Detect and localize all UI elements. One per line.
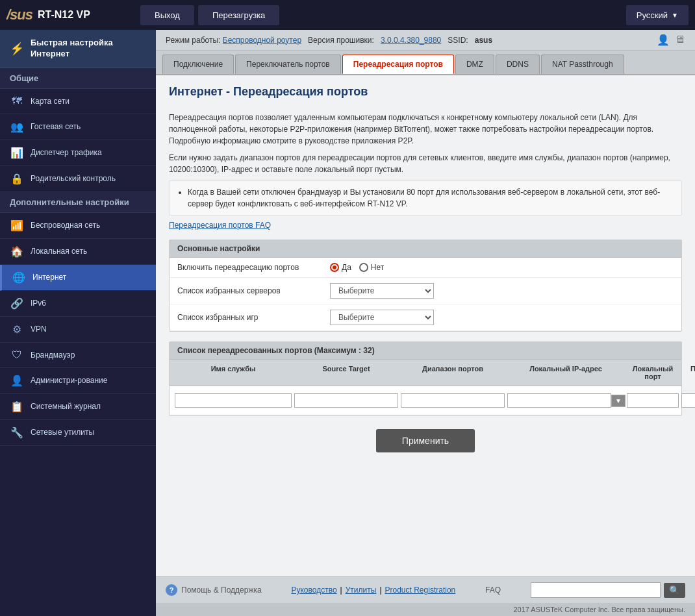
mode-label: Режим работы: <box>166 36 220 45</box>
warning-box: Когда в Вашей сети отключен брандмауэр и… <box>169 180 682 216</box>
sidebar-item-network-tools[interactable]: 🔧 Сетевые утилиты <box>0 420 156 446</box>
search-input[interactable] <box>531 582 661 598</box>
sidebar-item-label: Гостевая сеть <box>31 122 81 131</box>
admin-icon: 👤 <box>10 375 24 387</box>
sidebar-item-label: Интернет <box>32 273 66 282</box>
wireless-icon: 📶 <box>10 219 24 232</box>
search-button[interactable]: 🔍 <box>664 583 685 598</box>
col-service-name: Имя службы <box>175 362 292 383</box>
top-bar: /sus RT-N12 VP Выход Перезагрузка Русски… <box>0 0 695 30</box>
sidebar-item-internet[interactable]: 🌐 Интернет <box>0 265 156 291</box>
status-bar: Режим работы: Беспроводной роутер Версия… <box>156 30 695 51</box>
tab-port-forward[interactable]: Переадресация портов <box>342 55 454 74</box>
tab-connection[interactable]: Подключение <box>162 55 234 74</box>
manual-link[interactable]: Руководство <box>291 585 336 595</box>
local-port-input[interactable] <box>627 393 679 408</box>
source-target-input[interactable] <box>294 393 398 408</box>
sidebar-item-wireless[interactable]: 📶 Беспроводная сеть <box>0 213 156 239</box>
col-protocol: Протокол <box>681 362 695 383</box>
sidebar-item-guest-network[interactable]: 👥 Гостевая сеть <box>0 114 156 140</box>
sidebar-item-lan[interactable]: 🏠 Локальная сеть <box>0 239 156 265</box>
sidebar-item-label: Беспроводная сеть <box>31 221 100 230</box>
traffic-manager-icon: 📊 <box>10 147 24 159</box>
sidebar-item-parental-control[interactable]: 🔒 Родительский контроль <box>0 166 156 192</box>
local-port-cell <box>627 393 679 408</box>
protocol-input[interactable]: TCP <box>681 393 695 408</box>
sidebar-item-label: Диспетчер трафика <box>31 148 102 157</box>
radio-yes-option[interactable]: Да <box>330 263 351 272</box>
page-content: Интернет - Переадресация портов Переадре… <box>156 75 695 576</box>
local-ip-cell: ▼ <box>507 393 624 408</box>
faq-label: FAQ <box>485 585 501 595</box>
source-target-cell <box>294 393 398 408</box>
enable-port-forward-row: Включить переадресацию портов Да Нет <box>170 258 681 278</box>
enable-radio-group: Да Нет <box>330 263 384 272</box>
asus-logo: /sus <box>6 6 32 23</box>
sidebar-item-network-map[interactable]: 🗺 Карта сети <box>0 89 156 114</box>
sidebar-item-label: Карта сети <box>31 97 70 106</box>
logo-area: /sus RT-N12 VP <box>6 6 136 23</box>
utilities-link[interactable]: Утилиты <box>346 585 377 595</box>
sidebar-item-label: Администри-рование <box>31 376 107 385</box>
tab-ddns[interactable]: DDNS <box>496 55 540 74</box>
monitor-icon: 🖥 <box>675 34 685 46</box>
vpn-icon: ⚙ <box>10 323 24 336</box>
lan-icon: 🏠 <box>10 245 24 258</box>
ssid-value: asus <box>475 36 492 45</box>
service-name-input[interactable] <box>175 393 292 408</box>
main-layout: ⚡ Быстрая настройка Интернет Общие 🗺 Кар… <box>0 30 695 616</box>
sidebar-item-syslog[interactable]: 📋 Системный журнал <box>0 394 156 420</box>
description-2: Если нужно задать диапазон портов для пе… <box>169 152 682 175</box>
favorite-games-select[interactable]: Выберите <box>330 310 434 325</box>
favorite-servers-row: Список избранных серверов Выберите <box>170 278 681 304</box>
network-map-icon: 🗺 <box>10 95 24 107</box>
sidebar-item-firewall[interactable]: 🛡 Брандмауэр <box>0 343 156 368</box>
content-area: Режим работы: Беспроводной роутер Версия… <box>156 30 695 616</box>
guest-network-icon: 👥 <box>10 121 24 133</box>
status-icons: 👤 🖥 <box>657 34 685 46</box>
radio-yes-button[interactable] <box>330 263 339 272</box>
footer: ? Помощь & Поддержка Руководство | Утили… <box>156 576 695 603</box>
mode-value[interactable]: Беспроводной роутер <box>223 36 301 45</box>
radio-no-label: Нет <box>371 263 384 272</box>
sidebar-section-advanced: Дополнительные настройки <box>0 192 156 213</box>
quick-setup-item[interactable]: ⚡ Быстрая настройка Интернет <box>0 30 156 68</box>
sidebar-item-label: Системный журнал <box>31 402 101 411</box>
port-list-header: Список переадресованных портов (Максимум… <box>170 342 681 360</box>
quick-setup-icon: ⚡ <box>10 42 24 56</box>
product-registration-link[interactable]: Product Registration <box>385 585 456 595</box>
tab-dmz[interactable]: DMZ <box>455 55 494 74</box>
reboot-button[interactable]: Перезагрузка <box>198 5 279 25</box>
sidebar-section-general: Общие <box>0 68 156 89</box>
status-info: Режим работы: Беспроводной роутер Версия… <box>166 36 492 45</box>
help-label: Помощь & Поддержка <box>181 585 262 595</box>
apply-button[interactable]: Применить <box>376 429 475 452</box>
sidebar-item-label: IPv6 <box>31 299 46 308</box>
port-input-row: ▼ TCP + <box>170 386 681 415</box>
port-range-cell <box>401 393 505 408</box>
sidebar-item-traffic-manager[interactable]: 📊 Диспетчер трафика <box>0 140 156 166</box>
sidebar-item-vpn[interactable]: ⚙ VPN <box>0 317 156 343</box>
local-ip-dropdown-btn[interactable]: ▼ <box>611 395 626 407</box>
sidebar-item-ipv6[interactable]: 🔗 IPv6 <box>0 291 156 317</box>
favorite-games-label: Список избранных игр <box>177 313 320 322</box>
footer-help: ? Помощь & Поддержка <box>166 584 262 596</box>
radio-no-button[interactable] <box>359 263 368 272</box>
faq-link[interactable]: Переадресация портов FAQ <box>169 221 271 230</box>
ssid-label: SSID: <box>448 36 468 45</box>
port-list-section: Список переадресованных портов (Максимум… <box>169 341 682 416</box>
sidebar-item-label: Родительский контроль <box>31 174 116 183</box>
sidebar-item-admin[interactable]: 👤 Администри-рование <box>0 368 156 394</box>
tab-port-switch[interactable]: Переключатель портов <box>235 55 341 74</box>
tab-nat-passthrough[interactable]: NAT Passthrough <box>541 55 624 74</box>
language-button[interactable]: Русский ▼ <box>626 5 689 25</box>
radio-no-option[interactable]: Нет <box>359 263 384 272</box>
port-range-input[interactable] <box>401 393 505 408</box>
protocol-cell: TCP <box>681 393 695 408</box>
logout-button[interactable]: Выход <box>140 5 194 25</box>
local-ip-input[interactable] <box>507 393 611 408</box>
favorite-servers-select[interactable]: Выберите <box>330 283 434 299</box>
basic-settings-header: Основные настройки <box>170 240 681 258</box>
firmware-value[interactable]: 3.0.0.4.380_9880 <box>381 36 441 45</box>
sidebar-item-label: Локальная сеть <box>31 247 87 256</box>
